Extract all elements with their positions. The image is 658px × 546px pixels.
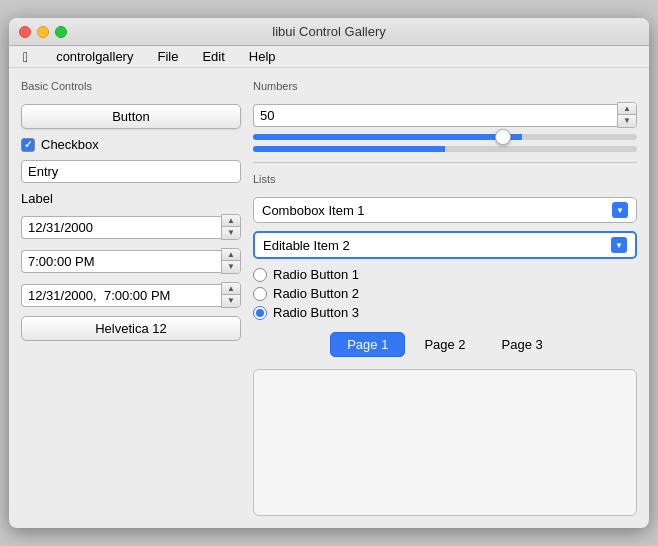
entry-input[interactable] bbox=[21, 160, 241, 183]
main-content: Basic Controls Button Checkbox Label ▲ ▼ bbox=[9, 68, 649, 528]
checkbox-row: Checkbox bbox=[21, 137, 241, 152]
left-panel: Basic Controls Button Checkbox Label ▲ ▼ bbox=[21, 80, 241, 516]
radio-group: Radio Button 1 Radio Button 2 Radio Butt… bbox=[253, 267, 637, 320]
app-menu[interactable]: controlgallery bbox=[50, 47, 139, 66]
maximize-button[interactable] bbox=[55, 26, 67, 38]
slider2-track[interactable] bbox=[253, 146, 637, 152]
radio-button-1[interactable] bbox=[253, 268, 267, 282]
combobox-arrow-icon: ▼ bbox=[612, 202, 628, 218]
time-spinner-buttons: ▲ ▼ bbox=[221, 248, 241, 274]
datetime-picker: ▲ ▼ bbox=[21, 282, 241, 308]
checkbox-label: Checkbox bbox=[41, 137, 99, 152]
lists-section: Lists Combobox Item 1 ▼ Editable Item 2 … bbox=[253, 173, 637, 516]
font-picker-button[interactable]: Helvetica 12 bbox=[21, 316, 241, 341]
close-button[interactable] bbox=[19, 26, 31, 38]
editable-combobox[interactable]: Editable Item 2 ▼ bbox=[253, 231, 637, 259]
tabs-row: Page 1 Page 2 Page 3 bbox=[253, 328, 637, 361]
editable-combobox-value: Editable Item 2 bbox=[263, 238, 350, 253]
slider1-track[interactable] bbox=[253, 134, 637, 140]
time-picker: ▲ ▼ bbox=[21, 248, 241, 274]
date-picker: ▲ ▼ bbox=[21, 214, 241, 240]
number-input[interactable] bbox=[253, 104, 617, 127]
lists-label: Lists bbox=[253, 173, 637, 185]
radio-row-2: Radio Button 2 bbox=[253, 286, 637, 301]
main-button[interactable]: Button bbox=[21, 104, 241, 129]
tab-page3[interactable]: Page 3 bbox=[485, 332, 560, 357]
tab-content-area bbox=[253, 369, 637, 516]
label-control: Label bbox=[21, 191, 241, 206]
number-up-button[interactable]: ▲ bbox=[618, 103, 636, 115]
date-down-button[interactable]: ▼ bbox=[222, 227, 240, 239]
basic-controls-label: Basic Controls bbox=[21, 80, 241, 92]
main-window: libui Control Gallery  controlgallery F… bbox=[9, 18, 649, 528]
radio-label-3: Radio Button 3 bbox=[273, 305, 359, 320]
number-spinner-buttons: ▲ ▼ bbox=[617, 102, 637, 128]
datetime-up-button[interactable]: ▲ bbox=[222, 283, 240, 295]
radio-row-1: Radio Button 1 bbox=[253, 267, 637, 282]
traffic-lights bbox=[9, 26, 67, 38]
combobox[interactable]: Combobox Item 1 ▼ bbox=[253, 197, 637, 223]
radio-button-2[interactable] bbox=[253, 287, 267, 301]
datetime-input[interactable] bbox=[21, 284, 221, 307]
menubar:  controlgallery File Edit Help bbox=[9, 46, 649, 68]
radio-button-3[interactable] bbox=[253, 306, 267, 320]
tab-page2[interactable]: Page 2 bbox=[407, 332, 482, 357]
date-up-button[interactable]: ▲ bbox=[222, 215, 240, 227]
tab-page1[interactable]: Page 1 bbox=[330, 332, 405, 357]
right-panel: Numbers ▲ ▼ bbox=[253, 80, 637, 516]
slider1-thumb[interactable] bbox=[495, 129, 511, 145]
radio-label-2: Radio Button 2 bbox=[273, 286, 359, 301]
edit-menu[interactable]: Edit bbox=[196, 47, 230, 66]
apple-menu[interactable]:  bbox=[17, 47, 34, 67]
date-input[interactable] bbox=[21, 216, 221, 239]
datetime-down-button[interactable]: ▼ bbox=[222, 295, 240, 307]
titlebar: libui Control Gallery bbox=[9, 18, 649, 46]
divider bbox=[253, 162, 637, 163]
time-input[interactable] bbox=[21, 250, 221, 273]
number-down-button[interactable]: ▼ bbox=[618, 115, 636, 127]
combobox-value: Combobox Item 1 bbox=[262, 203, 365, 218]
number-spinner: ▲ ▼ bbox=[253, 102, 637, 128]
slider2-container bbox=[253, 146, 637, 152]
editable-combobox-arrow-icon: ▼ bbox=[611, 237, 627, 253]
time-down-button[interactable]: ▼ bbox=[222, 261, 240, 273]
checkbox[interactable] bbox=[21, 138, 35, 152]
time-up-button[interactable]: ▲ bbox=[222, 249, 240, 261]
radio-row-3: Radio Button 3 bbox=[253, 305, 637, 320]
radio-label-1: Radio Button 1 bbox=[273, 267, 359, 282]
numbers-section: Numbers ▲ ▼ bbox=[253, 80, 637, 152]
minimize-button[interactable] bbox=[37, 26, 49, 38]
window-title: libui Control Gallery bbox=[272, 24, 385, 39]
numbers-label: Numbers bbox=[253, 80, 637, 92]
date-spinner-buttons: ▲ ▼ bbox=[221, 214, 241, 240]
datetime-spinner-buttons: ▲ ▼ bbox=[221, 282, 241, 308]
slider1-container bbox=[253, 134, 637, 140]
help-menu[interactable]: Help bbox=[243, 47, 282, 66]
file-menu[interactable]: File bbox=[151, 47, 184, 66]
